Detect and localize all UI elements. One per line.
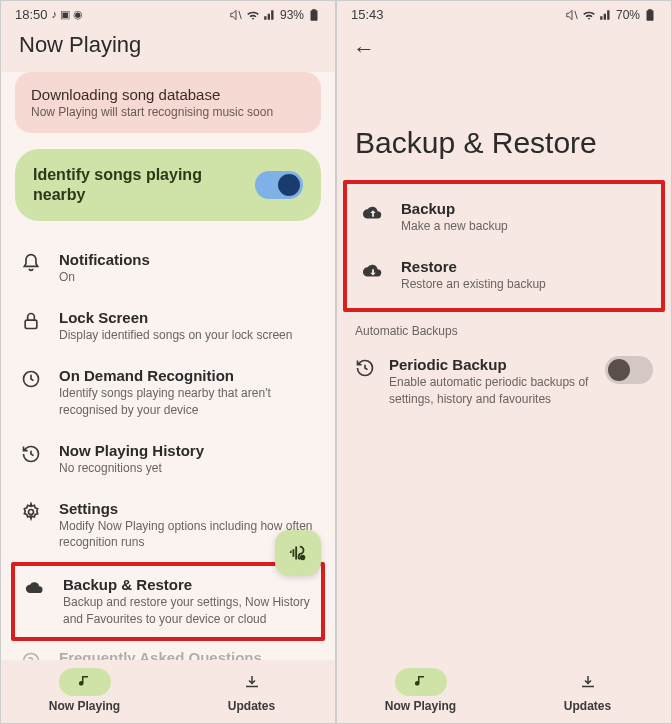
highlight-backup-restore: Backup & Restore Backup and restore your… [11, 562, 325, 640]
periodic-toggle[interactable] [605, 356, 653, 384]
item-title: On Demand Recognition [59, 367, 317, 384]
svg-point-5 [24, 653, 39, 660]
lock-icon [19, 309, 43, 331]
download-icon [562, 668, 614, 696]
ondemand-item[interactable]: On Demand Recognition Identify songs pla… [15, 355, 321, 429]
section-automatic-backups: Automatic Backups [337, 320, 671, 342]
bottom-nav: Now Playing Updates [337, 660, 671, 723]
notifications-item[interactable]: Notifications On [15, 239, 321, 297]
nav-updates[interactable]: Updates [168, 668, 335, 713]
svg-rect-8 [648, 9, 652, 11]
svg-rect-7 [647, 10, 654, 20]
left-screenshot: 18:50 ♪ ▣ ◉ 93% Now Playing Downloading … [0, 0, 336, 724]
svg-point-6 [301, 556, 305, 560]
bottom-nav: Now Playing Updates [1, 660, 335, 723]
nav-label: Now Playing [49, 699, 120, 713]
item-title: Frequently Asked Questions [59, 649, 317, 660]
battery-percent: 70% [616, 8, 640, 22]
history-item[interactable]: Now Playing History No recognitions yet [15, 430, 321, 488]
notification-icons: ♪ ▣ ◉ [52, 8, 84, 21]
item-title: Periodic Backup [389, 356, 591, 373]
item-sub: Identify songs playing nearby that aren'… [59, 385, 317, 417]
nav-updates[interactable]: Updates [504, 668, 671, 713]
content-area: Downloading song database Now Playing wi… [1, 72, 335, 660]
database-card: Downloading song database Now Playing wi… [15, 72, 321, 133]
nav-label: Updates [564, 699, 611, 713]
history-icon [355, 356, 375, 378]
item-title: Restore [401, 258, 647, 275]
mute-icon [229, 8, 243, 22]
nav-now-playing[interactable]: Now Playing [1, 668, 168, 713]
fab-recognize[interactable] [275, 530, 321, 576]
wifi-icon [246, 8, 260, 22]
identify-card[interactable]: Identify songs playing nearby [15, 149, 321, 221]
database-title: Downloading song database [31, 86, 305, 103]
battery-percent: 93% [280, 8, 304, 22]
back-row: ← [337, 26, 671, 62]
right-screenshot: 15:43 70% ← Backup & Restore [336, 0, 672, 724]
item-sub: No recognitions yet [59, 460, 317, 476]
signal-icon [599, 8, 613, 22]
status-bar: 15:43 70% [337, 1, 671, 26]
status-time: 18:50 [15, 7, 48, 22]
gear-icon [19, 500, 43, 522]
lockscreen-item[interactable]: Lock Screen Display identified songs on … [15, 297, 321, 355]
svg-rect-0 [311, 10, 318, 20]
highlight-backup-box: Backup Make a new backup Restore Restore… [343, 180, 665, 312]
database-subtitle: Now Playing will start recognising music… [31, 105, 305, 119]
spacer [337, 421, 671, 660]
item-sub: Backup and restore your settings, Now Hi… [63, 594, 313, 626]
item-sub: Enable automatic periodic backups of set… [389, 374, 591, 406]
cloud-upload-icon [361, 200, 385, 224]
cloud-icon [23, 576, 47, 598]
nav-label: Updates [228, 699, 275, 713]
battery-icon [307, 8, 321, 22]
cloud-download-icon [361, 258, 385, 282]
page-title: Backup & Restore [337, 62, 671, 180]
bell-icon [19, 251, 43, 273]
item-title: Lock Screen [59, 309, 317, 326]
status-time: 15:43 [351, 7, 384, 22]
mute-icon [565, 8, 579, 22]
item-sub: Make a new backup [401, 218, 647, 234]
nav-now-playing[interactable]: Now Playing [337, 668, 504, 713]
identify-toggle[interactable] [255, 171, 303, 199]
battery-icon [643, 8, 657, 22]
status-bar: 18:50 ♪ ▣ ◉ 93% [1, 1, 335, 26]
help-icon [19, 649, 43, 660]
backup-restore-item[interactable]: Backup & Restore Backup and restore your… [15, 566, 321, 636]
periodic-backup-item[interactable]: Periodic Backup Enable automatic periodi… [337, 342, 671, 420]
restore-item[interactable]: Restore Restore an existing backup [351, 246, 657, 304]
svg-rect-1 [312, 9, 316, 11]
svg-point-4 [29, 509, 34, 514]
item-title: Backup [401, 200, 647, 217]
download-icon [226, 668, 278, 696]
page-title: Now Playing [1, 26, 335, 72]
item-title: Now Playing History [59, 442, 317, 459]
music-sound-icon [287, 542, 309, 564]
item-sub: Display identified songs on your lock sc… [59, 327, 317, 343]
svg-rect-2 [25, 320, 37, 328]
item-sub: On [59, 269, 317, 285]
item-sub: Restore an existing backup [401, 276, 647, 292]
music-note-icon [59, 668, 111, 696]
wifi-icon [582, 8, 596, 22]
identify-label: Identify songs playing nearby [33, 165, 213, 205]
history-icon [19, 442, 43, 464]
item-title: Backup & Restore [63, 576, 313, 593]
refresh-music-icon [19, 367, 43, 389]
faq-item[interactable]: Frequently Asked Questions [15, 641, 321, 660]
item-title: Notifications [59, 251, 317, 268]
back-arrow-icon[interactable]: ← [353, 36, 375, 61]
music-note-icon [395, 668, 447, 696]
item-title: Settings [59, 500, 317, 517]
backup-item[interactable]: Backup Make a new backup [351, 188, 657, 246]
nav-label: Now Playing [385, 699, 456, 713]
signal-icon [263, 8, 277, 22]
